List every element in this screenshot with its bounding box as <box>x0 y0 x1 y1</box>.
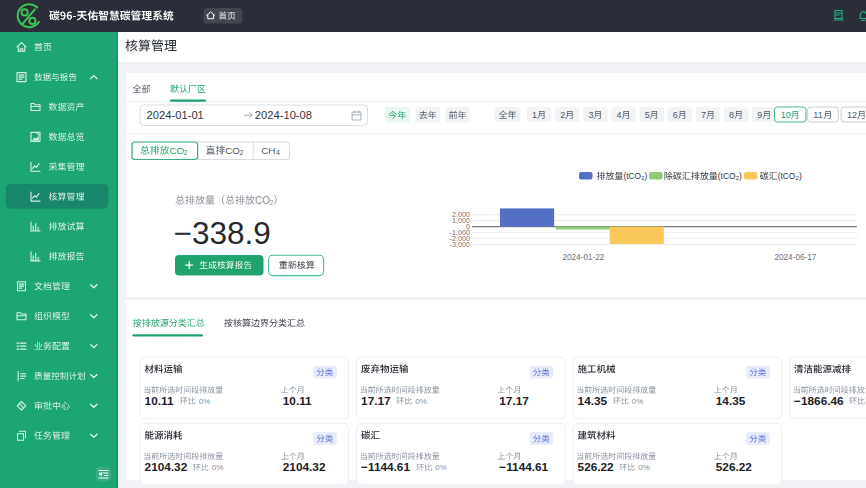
svg-text:526.22: 526.22 <box>578 460 615 474</box>
svg-text:14.35: 14.35 <box>716 394 746 408</box>
svg-text:9: 9 <box>757 110 762 120</box>
svg-text:526.22: 526.22 <box>716 460 753 474</box>
svg-text:−1866.46: −1866.46 <box>794 394 844 408</box>
svg-text:): ) <box>645 171 648 181</box>
svg-text:CO: CO <box>255 195 270 206</box>
svg-text:0%: 0% <box>212 463 224 472</box>
svg-text:6: 6 <box>673 110 678 120</box>
svg-text:−1144.61: −1144.61 <box>499 460 548 474</box>
svg-text:0%: 0% <box>199 397 211 406</box>
svg-text:3: 3 <box>588 110 593 120</box>
svg-text:10.11: 10.11 <box>283 394 312 408</box>
svg-text:(tCO: (tCO <box>778 171 796 181</box>
svg-text:CH: CH <box>261 145 275 156</box>
svg-text:0%: 0% <box>435 463 447 472</box>
svg-text:(tCO: (tCO <box>718 171 736 181</box>
svg-text:17.17: 17.17 <box>499 394 529 408</box>
svg-text:−338.9: −338.9 <box>174 215 271 251</box>
svg-text:CO: CO <box>225 145 240 156</box>
svg-text:4: 4 <box>617 110 622 120</box>
svg-text:2024-06-17: 2024-06-17 <box>774 253 816 262</box>
svg-text:17.17: 17.17 <box>361 394 391 408</box>
svg-text:0%: 0% <box>415 397 427 406</box>
svg-text:4: 4 <box>276 149 280 156</box>
svg-text:1: 1 <box>532 110 537 120</box>
svg-text:2: 2 <box>184 149 188 156</box>
svg-text:11: 11 <box>813 110 822 120</box>
svg-text:CO: CO <box>169 145 184 156</box>
svg-text:10.11: 10.11 <box>145 394 174 408</box>
svg-text:−1144.61: −1144.61 <box>361 460 410 474</box>
svg-text:2024-10-08: 2024-10-08 <box>255 109 312 121</box>
svg-text:2024-01-22: 2024-01-22 <box>562 253 604 262</box>
svg-text:10: 10 <box>781 110 791 120</box>
svg-text:7: 7 <box>701 110 706 120</box>
svg-text:): ) <box>799 171 802 181</box>
svg-text:5: 5 <box>645 110 650 120</box>
svg-text:0%: 0% <box>638 463 650 472</box>
svg-text:2104.32: 2104.32 <box>145 460 188 474</box>
svg-text:14.35: 14.35 <box>578 394 608 408</box>
svg-text:2: 2 <box>560 110 565 120</box>
svg-text:0%: 0% <box>632 397 644 406</box>
svg-text:2: 2 <box>270 198 274 207</box>
svg-text:12: 12 <box>847 110 857 120</box>
svg-text:-3,000: -3,000 <box>450 240 470 249</box>
svg-text:8: 8 <box>729 110 734 120</box>
svg-text:): ) <box>739 171 742 181</box>
svg-text:2: 2 <box>239 149 243 156</box>
svg-text:2104.32: 2104.32 <box>283 460 326 474</box>
svg-text:2024-01-01: 2024-01-01 <box>147 109 204 121</box>
svg-text:(tCO: (tCO <box>623 171 641 181</box>
